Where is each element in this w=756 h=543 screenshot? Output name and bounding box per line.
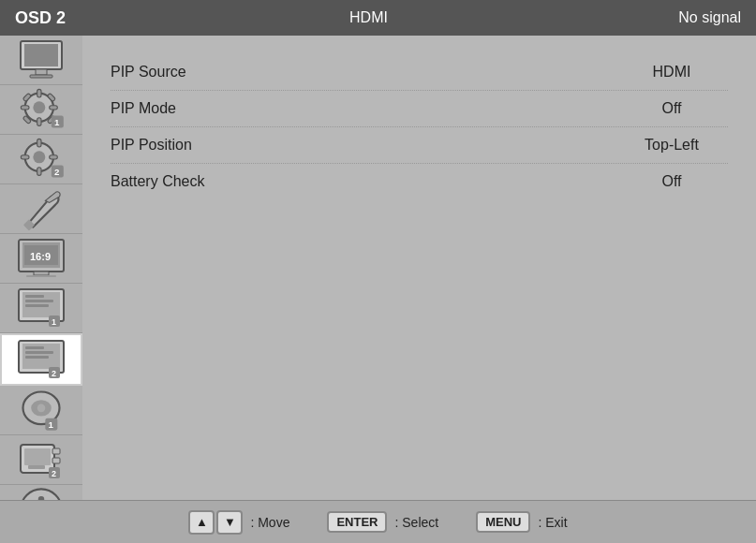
- sidebar-item-monitor[interactable]: [0, 36, 82, 85]
- svg-rect-9: [50, 106, 58, 110]
- svg-rect-51: [24, 448, 51, 465]
- footer-move: ▲ ▼ : Move: [188, 510, 289, 535]
- svg-rect-19: [37, 168, 41, 176]
- up-arrow-key[interactable]: ▲: [188, 510, 215, 535]
- sidebar-item-osd2[interactable]: 2: [0, 333, 82, 386]
- footer-menu: MENU : Exit: [476, 511, 567, 533]
- svg-rect-1: [24, 44, 58, 66]
- svg-rect-2: [36, 69, 47, 75]
- content-area: PIP Source HDMI PIP Mode Off PIP Positio…: [82, 36, 756, 500]
- sidebar-item-info[interactable]: [0, 485, 82, 500]
- sidebar-item-memory1[interactable]: 1: [0, 386, 82, 435]
- svg-rect-52: [52, 448, 60, 454]
- main-area: 1 2: [0, 36, 756, 500]
- pip-position-value: Top-Left: [615, 137, 728, 154]
- svg-rect-53: [52, 458, 60, 463]
- menu-row-pip-position[interactable]: PIP Position Top-Left: [111, 127, 728, 164]
- move-label: : Move: [250, 515, 289, 530]
- svg-text:2: 2: [52, 369, 56, 378]
- svg-point-17: [33, 151, 45, 163]
- menu-label: : Exit: [538, 515, 567, 530]
- menu-key[interactable]: MENU: [476, 511, 530, 533]
- svg-rect-30: [26, 275, 56, 277]
- battery-check-label: Battery Check: [111, 173, 615, 190]
- svg-rect-18: [37, 139, 41, 147]
- svg-text:16:9: 16:9: [30, 251, 51, 262]
- header: OSD 2 HDMI No signal: [0, 0, 756, 36]
- header-status: No signal: [610, 9, 741, 26]
- sidebar-item-settings2[interactable]: 2: [0, 135, 82, 184]
- sidebar: 1 2: [0, 36, 82, 500]
- down-arrow-key[interactable]: ▼: [216, 510, 243, 535]
- svg-rect-40: [25, 346, 44, 349]
- svg-rect-8: [21, 106, 29, 110]
- svg-rect-7: [37, 118, 41, 126]
- enter-label: : Select: [394, 515, 438, 530]
- svg-rect-35: [25, 304, 49, 307]
- svg-rect-54: [28, 465, 45, 469]
- svg-rect-41: [25, 351, 53, 354]
- svg-text:1: 1: [54, 117, 60, 127]
- svg-rect-29: [34, 272, 49, 275]
- svg-rect-6: [37, 89, 41, 97]
- svg-rect-3: [30, 75, 52, 78]
- sidebar-item-aspect[interactable]: 16:9: [0, 234, 82, 284]
- svg-text:1: 1: [49, 420, 54, 431]
- menu-row-pip-mode[interactable]: PIP Mode Off: [111, 91, 728, 127]
- svg-rect-33: [25, 295, 44, 298]
- sidebar-item-tools[interactable]: [0, 184, 82, 234]
- menu-row-pip-source[interactable]: PIP Source HDMI: [111, 54, 728, 91]
- enter-key[interactable]: ENTER: [327, 511, 387, 533]
- header-title: OSD 2: [15, 8, 127, 28]
- sidebar-item-memory2[interactable]: 2: [0, 435, 82, 485]
- svg-rect-20: [21, 155, 29, 159]
- pip-mode-label: PIP Mode: [111, 100, 615, 117]
- footer: ▲ ▼ : Move ENTER : Select MENU : Exit: [0, 500, 756, 543]
- svg-point-47: [37, 404, 46, 413]
- svg-text:2: 2: [52, 469, 56, 478]
- menu-row-battery-check[interactable]: Battery Check Off: [111, 164, 728, 199]
- pip-source-value: HDMI: [615, 64, 728, 81]
- svg-point-5: [33, 101, 45, 113]
- battery-check-value: Off: [615, 173, 728, 190]
- pip-source-label: PIP Source: [111, 64, 615, 81]
- svg-rect-34: [25, 300, 53, 302]
- pip-mode-value: Off: [615, 100, 728, 117]
- sidebar-item-settings1[interactable]: 1: [0, 85, 82, 135]
- screen: OSD 2 HDMI No signal: [0, 0, 756, 543]
- sidebar-item-osd1[interactable]: 1: [0, 284, 82, 333]
- svg-text:1: 1: [52, 317, 56, 327]
- svg-text:2: 2: [54, 167, 60, 177]
- footer-enter: ENTER : Select: [327, 511, 438, 533]
- svg-rect-21: [50, 155, 58, 159]
- header-source: HDMI: [127, 9, 610, 26]
- arrow-keys[interactable]: ▲ ▼: [188, 510, 243, 535]
- pip-position-label: PIP Position: [111, 137, 615, 154]
- svg-rect-42: [25, 356, 49, 359]
